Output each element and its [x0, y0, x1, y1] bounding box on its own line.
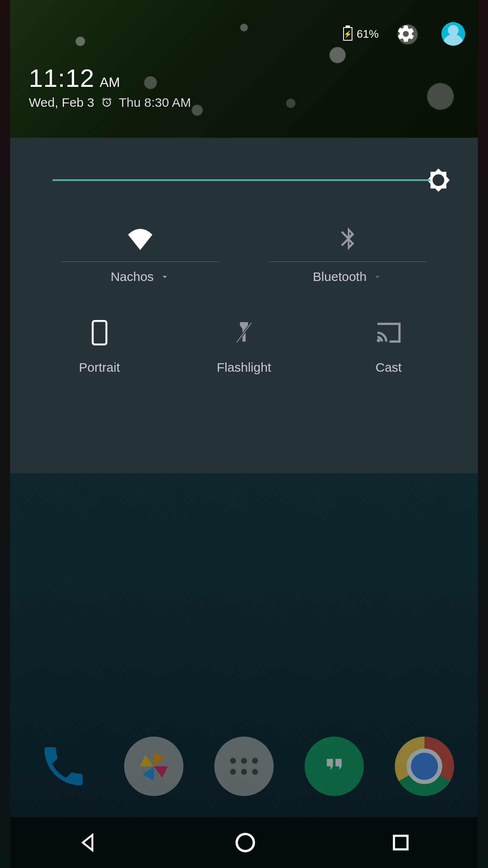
clock-block[interactable]: 11:12 AM Wed, Feb 3 Thu 8:30 AM	[29, 64, 191, 110]
back-icon	[77, 831, 100, 854]
bluetooth-label-row[interactable]: Bluetooth	[313, 270, 383, 284]
flashlight-tile[interactable]: Flashlight	[180, 318, 308, 375]
qs-secondary-row: Portrait Flashlight	[10, 284, 478, 375]
bluetooth-tile[interactable]: Bluetooth	[244, 223, 452, 284]
quick-settings-panel: Nachos Bluetooth	[10, 138, 478, 473]
hangouts-app[interactable]	[305, 737, 364, 796]
square-icon	[391, 832, 411, 853]
screen: ⚡ 61% 11:12 AM Wed, Feb 3 Thu 8:30 AM	[0, 0, 488, 868]
frame-side	[478, 0, 488, 868]
back-button[interactable]	[77, 831, 100, 854]
phone-icon	[38, 741, 89, 792]
frame-side	[0, 0, 10, 868]
wifi-icon	[127, 229, 153, 250]
hangouts-icon	[319, 751, 349, 781]
cast-icon	[375, 322, 402, 344]
flashlight-icon	[234, 320, 254, 345]
svg-rect-6	[394, 836, 408, 849]
recents-button[interactable]	[391, 832, 411, 853]
qs-primary-row: Nachos Bluetooth	[10, 223, 478, 284]
portrait-label: Portrait	[79, 360, 120, 375]
nav-bar	[10, 817, 478, 868]
battery-percent: 61%	[357, 28, 379, 41]
settings-button[interactable]	[396, 24, 416, 44]
bluetooth-icon	[338, 227, 358, 252]
battery-charging-icon: ⚡	[344, 28, 352, 40]
chevron-down-icon	[160, 272, 170, 282]
clock-time: 11:12	[29, 64, 94, 93]
battery-icon: ⚡	[343, 27, 352, 41]
wifi-label: Nachos	[111, 270, 154, 284]
alarm-icon	[100, 96, 113, 109]
portrait-tile[interactable]: Portrait	[36, 318, 163, 375]
clock-ampm: AM	[100, 75, 120, 90]
home-icon	[234, 831, 257, 854]
clock-date: Wed, Feb 3	[29, 95, 94, 110]
dock	[10, 737, 478, 796]
gallery-app[interactable]	[124, 737, 183, 796]
flashlight-label: Flashlight	[217, 360, 271, 375]
brightness-row	[10, 138, 478, 223]
divider	[269, 262, 427, 262]
all-apps-button[interactable]	[214, 737, 274, 796]
bluetooth-label: Bluetooth	[313, 270, 367, 284]
cast-tile[interactable]: Cast	[325, 318, 452, 375]
brightness-slider[interactable]	[53, 179, 430, 181]
svg-point-4	[377, 339, 380, 342]
next-alarm: Thu 8:30 AM	[119, 95, 191, 110]
svg-rect-1	[93, 321, 106, 344]
status-bar: ⚡ 61%	[10, 21, 478, 47]
gear-icon	[396, 24, 416, 44]
svg-point-0	[435, 176, 442, 184]
phone-app[interactable]	[34, 737, 93, 796]
chevron-down-icon	[372, 272, 383, 282]
divider	[61, 262, 219, 262]
pinwheel-icon	[137, 749, 171, 783]
cast-label: Cast	[375, 360, 402, 375]
wifi-label-row[interactable]: Nachos	[111, 270, 170, 284]
chrome-app[interactable]	[395, 737, 454, 796]
home-button[interactable]	[234, 831, 257, 854]
profile-avatar[interactable]	[441, 22, 465, 46]
portrait-icon	[91, 320, 108, 345]
apps-grid-icon	[230, 758, 258, 775]
wifi-tile[interactable]: Nachos	[36, 223, 244, 284]
svg-point-5	[237, 834, 254, 851]
